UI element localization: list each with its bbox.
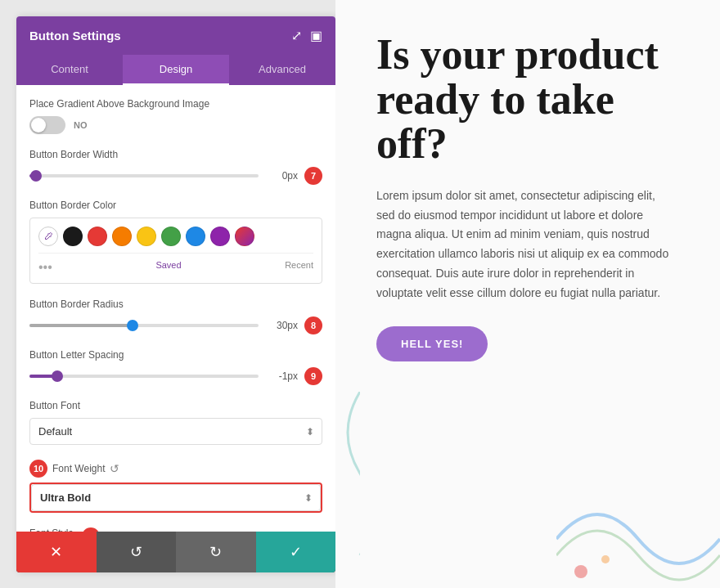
border-width-control: Button Border Width 0px 7	[29, 149, 322, 185]
tab-bar: Content Design Advanced	[16, 55, 335, 85]
settings-panel: Button Settings ⤢ ▣ Content Design Advan…	[16, 16, 335, 572]
bottom-toolbar: ✕ ↺ ↻ ✓	[16, 532, 335, 572]
tab-design[interactable]: Design	[123, 55, 229, 85]
redo-button[interactable]: ↻	[176, 532, 256, 572]
border-radius-slider-row: 30px 8	[29, 316, 322, 334]
letter-spacing-slider-row: -1px 9	[29, 367, 322, 385]
color-swatches	[38, 227, 313, 246]
green-swatch[interactable]	[161, 227, 181, 246]
letter-spacing-badge: 9	[304, 367, 322, 385]
expand-icon[interactable]: ⤢	[291, 28, 302, 43]
font-control: Button Font Default Arial Georgia	[29, 400, 322, 445]
hero-title: Is your product ready to take off?	[376, 33, 671, 167]
svg-point-0	[574, 565, 587, 578]
letter-spacing-label: Button Letter Spacing	[29, 349, 322, 361]
font-label: Button Font	[29, 400, 322, 411]
font-weight-badge: 10	[29, 460, 47, 478]
undo-button[interactable]: ↺	[97, 532, 177, 572]
red-swatch[interactable]	[88, 227, 107, 246]
font-weight-select-wrapper: Ultra Bold Bold Normal	[29, 483, 322, 513]
border-color-control: Button Border Color	[29, 200, 322, 284]
border-radius-control: Button Border Radius 30px 8	[29, 298, 322, 334]
reset-font-weight-icon[interactable]: ↺	[110, 462, 119, 475]
black-swatch[interactable]	[63, 227, 83, 246]
gradient-toggle-label: NO	[74, 120, 88, 130]
border-radius-track[interactable]	[29, 324, 259, 327]
save-button[interactable]: ✓	[256, 532, 336, 572]
blue-swatch[interactable]	[186, 227, 205, 246]
header-icons: ⤢ ▣	[291, 28, 322, 43]
svg-point-1	[601, 555, 610, 563]
panel-header: Button Settings ⤢ ▣	[16, 16, 335, 55]
border-width-label: Button Border Width	[29, 149, 322, 160]
border-color-label: Button Border Color	[29, 200, 322, 211]
tab-advanced[interactable]: Advanced	[229, 55, 335, 85]
border-radius-value: 30px	[265, 320, 298, 331]
letter-spacing-control: Button Letter Spacing -1px 9	[29, 349, 322, 385]
border-width-badge: 7	[304, 167, 322, 185]
cta-button[interactable]: HELL YES!	[376, 326, 488, 361]
saved-label[interactable]: Saved	[155, 260, 181, 275]
hero-body: Lorem ipsum dolor sit amet, consectetur …	[376, 186, 671, 303]
panel-body: Place Gradient Above Background Image NO…	[16, 85, 335, 532]
recent-label[interactable]: Recent	[285, 260, 313, 275]
border-radius-label: Button Border Radius	[29, 298, 322, 310]
border-radius-badge: 8	[304, 316, 322, 334]
gradient-toggle-row: NO	[29, 116, 322, 134]
left-waves-decoration	[335, 392, 360, 555]
saved-recent-row: ••• Saved Recent	[38, 253, 313, 275]
hero-content: Is your product ready to take off? Lorem…	[335, 0, 720, 588]
border-width-value: 0px	[265, 170, 298, 182]
gradient-control: Place Gradient Above Background Image NO	[29, 98, 322, 134]
font-select[interactable]: Default Arial Georgia	[29, 418, 322, 445]
border-width-track[interactable]	[29, 174, 259, 177]
gradient-toggle[interactable]	[29, 116, 65, 134]
panel-title: Button Settings	[29, 29, 121, 43]
split-icon[interactable]: ▣	[310, 28, 322, 43]
color-picker-box: ••• Saved Recent	[29, 218, 322, 284]
border-width-slider-row: 0px 7	[29, 167, 322, 185]
dots-icon: •••	[38, 260, 52, 275]
letter-spacing-value: -1px	[265, 370, 298, 382]
yellow-swatch[interactable]	[137, 227, 156, 246]
gradient-swatch[interactable]	[235, 227, 254, 246]
font-weight-control: 10 Font Weight ↺ Ultra Bold Bold Normal	[29, 460, 322, 513]
font-weight-row: 10 Font Weight ↺	[29, 460, 322, 478]
cancel-button[interactable]: ✕	[16, 532, 97, 572]
letter-spacing-track[interactable]	[29, 375, 259, 378]
eyedropper-swatch[interactable]	[38, 227, 58, 246]
font-weight-select[interactable]: Ultra Bold Bold Normal	[31, 484, 321, 511]
gradient-label: Place Gradient Above Background Image	[29, 98, 322, 110]
font-select-wrapper: Default Arial Georgia	[29, 418, 322, 445]
orange-swatch[interactable]	[112, 227, 132, 246]
font-weight-label: Font Weight	[52, 463, 105, 474]
tab-content[interactable]: Content	[16, 55, 123, 85]
bottom-waves-decoration	[556, 490, 720, 588]
purple-swatch[interactable]	[210, 227, 230, 246]
